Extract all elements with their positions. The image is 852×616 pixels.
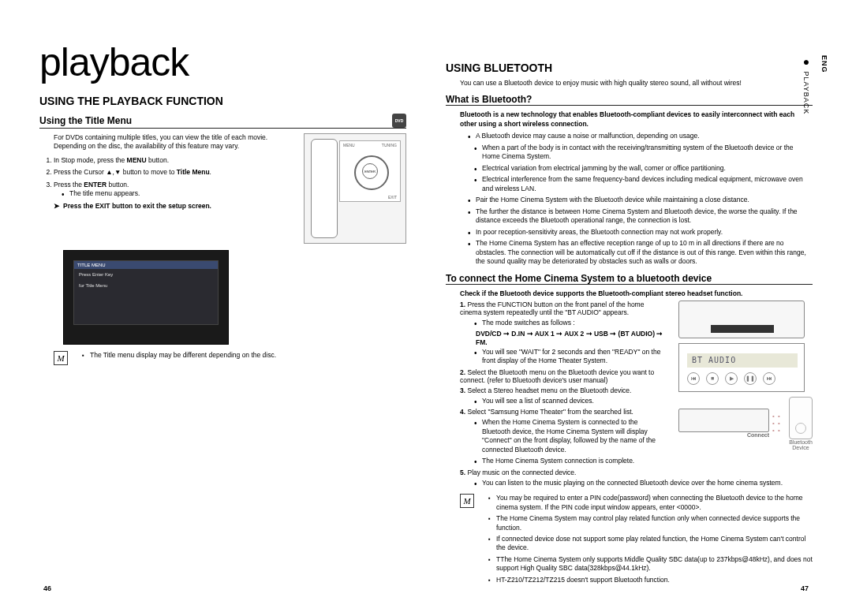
step-1: In Stop mode, press the MENU button. [54,156,296,165]
page-number-left: 46 [43,584,51,592]
tv-screenshot: TITLE MENU Press Enter Key for Title Men… [63,250,229,345]
connect-step-5: 5. Play music on the connected device. [460,469,813,476]
connect-step4-sub1: When the Home Cinema System is connected… [474,418,667,454]
h2-connect: To connect the Home Cinema System to a b… [446,273,813,285]
page-right: USING BLUETOOTH You can use a Bluetooth … [438,39,813,587]
screen-row-1: Press Enter Key [74,269,218,280]
step-2: Press the Cursor ▲,▼ button to move to T… [54,168,296,177]
remote-menu-label: MENU [343,143,355,147]
page-number-right: 47 [801,584,809,592]
bt-bullet-5: The Home Cinema System has an effective … [468,239,813,266]
bt-bullet-3: The further the distance is between Home… [468,207,813,226]
prev-track-icon: ⏮ [687,372,700,385]
h2-connect-text: To connect the Home Cinema System to a b… [446,273,712,284]
lang-tab: ENG [820,55,828,73]
h2-what-is-bluetooth: What is Bluetooth? [446,94,813,106]
remote-illustration: MENU TUNING EXIT ENTER [304,133,406,244]
note-icon: M [54,351,68,365]
title-menu-note: M The Title menu display may be differen… [39,351,406,365]
connect-step4-sub2: The Home Cinema System connection is com… [474,457,667,465]
remote-enter-button: ENTER [362,163,378,179]
bluetooth-bullets: A Bluetooth device may cause a noise or … [460,132,813,140]
connect-note-4: TThe Home Cinema System only supports Mi… [488,555,813,573]
h1-bluetooth: USING BLUETOOTH [446,62,813,74]
connection-dots-icon: • • • • • • [772,413,786,434]
connect-step1-sub2: You will see "WAIT" for 2 seconds and th… [474,348,667,366]
connect-step3-sub: You will see a list of scanned devices. [474,397,667,405]
pause-icon: ❚❚ [744,372,757,385]
bluetooth-bullets-2: Pair the Home Cinema System with the Blu… [460,196,813,266]
display-text: BT AUDIO [687,353,798,368]
bt-sub-2: Electrical variation from electrical jam… [474,164,813,173]
bt-bullet-2: Pair the Home Cinema System with the Blu… [468,196,813,204]
bluetooth-intro: You can use a Bluetooth device to enjoy … [446,79,813,88]
step-3: Press the ENTER button. The title menu a… [54,181,296,199]
bluetooth-device-label: Bluetooth Device [789,439,813,450]
connect-step1-sub1: The mode switches as follows : [474,319,667,327]
note-text: The Title menu display may be different … [82,351,406,360]
h2-title-menu: Using the Title Menu DVD [39,114,406,129]
connect-step-2: 2. Select the Bluetooth menu on the Blue… [460,368,667,384]
h2-title-menu-text: Using the Title Menu [39,115,132,126]
connect-word: Connect [747,432,769,438]
connect-step-1: 1. Press the FUNCTION button on the fron… [460,301,667,316]
title-menu-text-col: For DVDs containing multiple titles, you… [39,133,296,244]
connect-check-line: Check if the Bluetooth device supports t… [460,289,813,297]
bluetooth-device-icon [789,397,813,439]
next-track-icon: ⏭ [763,372,775,385]
side-tab: ENG ● PLAYBACK [800,55,828,114]
bluetooth-bold-intro: Bluetooth is a new technology that enabl… [460,110,813,129]
connect-step-3: 3. Select a Stereo headset menu on the B… [460,386,667,394]
note-icon: M [460,494,474,508]
remote-tuning-label: TUNING [382,143,397,147]
stop-icon: ■ [706,372,719,385]
remote-exit-label: EXIT [388,195,397,200]
bt-bullet-4: In poor reception-sensitivity areas, the… [468,228,813,237]
connect-note-1: You may be required to enter a PIN code(… [488,494,813,512]
connect-step-4: 4. Select "Samsung Home Theater" from th… [460,408,667,416]
home-cinema-front-icon [678,301,805,338]
connect-note-5: HT-Z210/TZ212/TZ215 doesn't support Blue… [488,576,813,584]
connect-note-3: If connected device dose not support som… [488,535,813,553]
mode-sequence: DVD/CD ➞ D.IN ➞ AUX 1 ➞ AUX 2 ➞ USB ➞ (B… [460,330,667,348]
section-title: playback [39,39,406,85]
bt-bullet-1: A Bluetooth device may cause a noise or … [468,132,813,140]
step-3-note: The title menu appears. [62,189,296,198]
home-cinema-display-zoom: BT AUDIO ⏮ ■ ▶ ❚❚ ⏭ [678,343,805,392]
connect-figures: BT AUDIO ⏮ ■ ▶ ❚❚ ⏭ Connect [678,301,813,469]
home-cinema-small-icon [678,409,769,432]
connect-notes: M You may be required to enter a PIN cod… [460,494,813,587]
bullet-icon: ● [800,55,813,69]
h2-what-is-bluetooth-text: What is Bluetooth? [446,94,532,105]
screen-row-2: for Title Menu [74,280,218,291]
screen-titlebar: TITLE MENU [74,261,218,269]
h1-playback-function: USING THE PLAYBACK FUNCTION [39,95,406,107]
section-tab: PLAYBACK [802,72,810,115]
connect-note-2: The Home Cinema System may control play … [488,514,813,532]
bt-sub-1: When a part of the body is in contact wi… [474,144,813,162]
page-left: playback USING THE PLAYBACK FUNCTION Usi… [39,39,414,587]
play-icon: ▶ [725,372,738,385]
bluetooth-sub-bullets: When a part of the body is in contact wi… [460,144,813,193]
dvd-badge-icon: DVD [392,114,406,128]
title-menu-intro: For DVDs containing multiple titles, you… [39,133,296,151]
title-menu-steps: In Stop mode, press the MENU button. Pre… [39,156,296,199]
bt-sub-3: Electrical interference from the same fr… [474,175,813,193]
exit-instruction: Press the EXIT button to exit the setup … [39,202,296,210]
connect-step5-sub: You can listen to the music playing on t… [474,479,813,487]
